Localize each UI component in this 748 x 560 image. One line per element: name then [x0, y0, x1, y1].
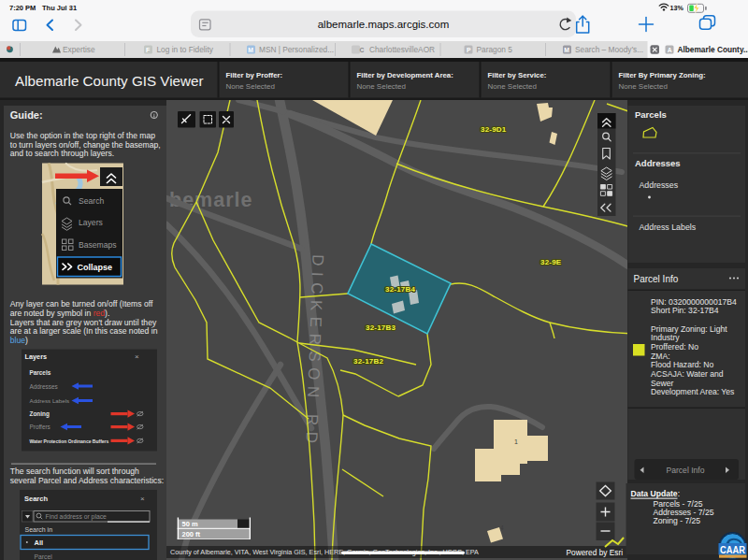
svg-text:Sewer: Sewer — [651, 379, 673, 388]
svg-text:32-17B2: 32-17B2 — [353, 357, 383, 366]
svg-text:×: × — [135, 352, 139, 361]
svg-text:M: M — [248, 47, 253, 53]
svg-text:32-9E: 32-9E — [540, 258, 562, 266]
svg-text:and to search through layers.: and to search through layers. — [10, 149, 114, 158]
svg-text:Search: Search — [24, 495, 48, 503]
svg-text:Thu Jul 31: Thu Jul 31 — [42, 4, 77, 12]
svg-text:Log in to Fidelity: Log in to Fidelity — [157, 45, 214, 54]
svg-text:Guide:: Guide: — [10, 109, 43, 121]
svg-text:Primary Zoning: Light: Primary Zoning: Light — [651, 324, 727, 334]
svg-text:None Selected: None Selected — [226, 82, 275, 91]
svg-text:Parcels: Parcels — [30, 369, 51, 376]
svg-text:are noted by symbol in red).: are noted by symbol in red). — [10, 309, 110, 318]
svg-text:Parcel: Parcel — [35, 553, 53, 560]
svg-text:Powered by Esri: Powered by Esri — [567, 548, 624, 557]
svg-text:CAAR: CAAR — [720, 544, 745, 555]
svg-text:4: 4 — [500, 524, 504, 531]
svg-text:Address Labels: Address Labels — [30, 397, 70, 404]
svg-text:Parcel Info: Parcel Info — [666, 466, 704, 475]
svg-text:Albemarle County GIS Viewer: Albemarle County GIS Viewer — [15, 73, 203, 89]
svg-text:32-17B3: 32-17B3 — [366, 323, 396, 332]
svg-text:32-17B4: 32-17B4 — [385, 285, 415, 294]
svg-text:are at a larger scale (In this: are at a larger scale (In this case note… — [10, 326, 158, 336]
svg-text:Proffered: No: Proffered: No — [651, 342, 698, 352]
svg-text:Addresses: Addresses — [640, 180, 679, 190]
svg-text:None Selected: None Selected — [357, 82, 406, 91]
svg-text:Layers that are grey won't dra: Layers that are grey won't draw until th… — [10, 318, 157, 327]
svg-text:Search – Moody’s...: Search – Moody’s... — [575, 45, 643, 54]
svg-text:Search: Search — [79, 196, 104, 206]
svg-text:50 m: 50 m — [182, 520, 198, 528]
svg-text:Filter by Service:: Filter by Service: — [488, 71, 547, 79]
svg-text:Layers: Layers — [79, 218, 103, 227]
svg-text:Filter By Primary Zoning:: Filter By Primary Zoning: — [619, 71, 706, 79]
svg-text:Zoning: Zoning — [30, 410, 50, 418]
svg-text:Use the option in the top righ: Use the option in the top right of the m… — [10, 131, 155, 140]
svg-text:Addresses: Addresses — [635, 158, 681, 168]
svg-text:The search function will sort: The search function will sort through — [10, 467, 139, 476]
svg-text:Albemarle County...: Albemarle County... — [678, 45, 748, 54]
svg-text:albemarle.maps.arcgis.com: albemarle.maps.arcgis.com — [318, 19, 450, 30]
svg-text:ZMA:: ZMA: — [651, 352, 670, 361]
svg-text:Industry: Industry — [651, 333, 680, 342]
svg-text:to turn layers on/off, change: to turn layers on/off, change the basema… — [10, 140, 161, 150]
svg-text:1: 1 — [514, 438, 518, 445]
svg-text:Parcel Info: Parcel Info — [634, 274, 679, 284]
svg-text:Data Update:: Data Update: — [631, 489, 681, 498]
svg-text:Addresses: Addresses — [30, 383, 58, 390]
svg-text:ACSAJA: Water and: ACSAJA: Water and — [651, 369, 724, 379]
svg-text:Collapse: Collapse — [78, 263, 113, 272]
svg-text:several Parcel and Address cha: several Parcel and Address characteristi… — [10, 476, 164, 485]
svg-text:Expertise: Expertise — [63, 45, 95, 54]
svg-text:Parcels: Parcels — [635, 109, 667, 120]
svg-text:Zoning - 7/25: Zoning - 7/25 — [654, 516, 701, 525]
svg-text:Filter by Development Area:: Filter by Development Area: — [357, 71, 453, 79]
svg-text:Search in: Search in — [25, 526, 53, 533]
svg-text:Basemaps: Basemaps — [79, 240, 117, 250]
svg-text:Find address or place: Find address or place — [46, 513, 108, 521]
svg-text:M: M — [564, 47, 569, 53]
svg-text:200 ft: 200 ft — [182, 530, 201, 538]
svg-text:Any layer can be turned on/off: Any layer can be turned on/off (Items of… — [10, 299, 153, 309]
svg-text:32-9D1: 32-9D1 — [481, 125, 507, 134]
svg-text:F: F — [146, 47, 150, 53]
svg-text:Short Pin: 32-17B4: Short Pin: 32-17B4 — [651, 306, 719, 315]
svg-text:7:20 PM: 7:20 PM — [9, 4, 36, 12]
svg-text:×: × — [140, 495, 145, 503]
svg-text:Filter by Proffer:: Filter by Proffer: — [226, 71, 283, 79]
svg-text:MSN | Personalized...: MSN | Personalized... — [259, 45, 334, 54]
svg-text:PIN: 0320000000017B4: PIN: 0320000000017B4 — [651, 297, 737, 307]
svg-text:P: P — [467, 47, 471, 53]
svg-text:C: C — [359, 47, 364, 53]
svg-text:Layers: Layers — [25, 352, 48, 361]
svg-text:Development Area: Yes: Development Area: Yes — [651, 387, 734, 396]
svg-text:bemarle: bemarle — [169, 189, 252, 211]
svg-text:None Selected: None Selected — [619, 82, 668, 91]
svg-text:A: A — [668, 47, 672, 53]
svg-text:Paragon 5: Paragon 5 — [477, 45, 513, 54]
svg-text:None Selected: None Selected — [488, 82, 537, 91]
svg-text:All: All — [35, 538, 44, 547]
svg-text:13%: 13% — [670, 4, 684, 12]
svg-text:Address Labels: Address Labels — [640, 223, 697, 232]
svg-text:Flood Hazard: No: Flood Hazard: No — [651, 360, 714, 369]
svg-text:blue): blue) — [10, 336, 28, 345]
svg-text:Water Protection Ordinance Buf: Water Protection Ordinance Buffers — [30, 438, 109, 444]
svg-text:Proffers: Proffers — [30, 424, 50, 430]
svg-text:CharlottesvilleAOR: CharlottesvilleAOR — [369, 45, 435, 54]
